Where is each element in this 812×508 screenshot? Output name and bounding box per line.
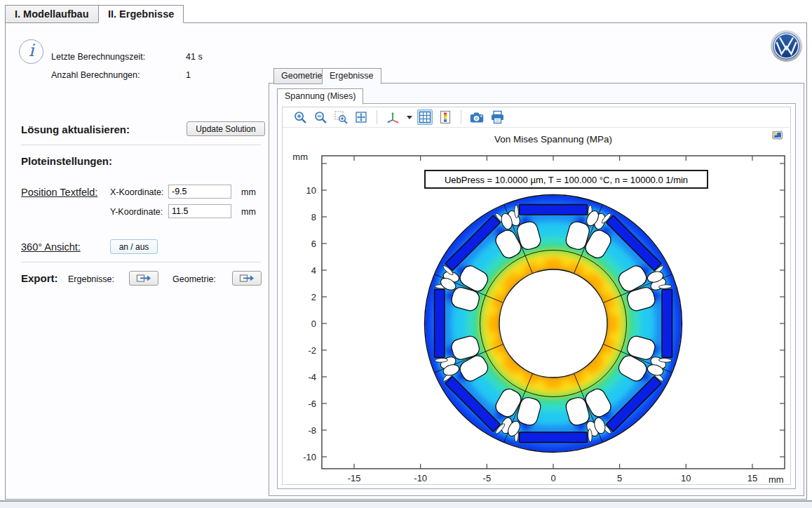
zoom-in-icon[interactable] (292, 109, 308, 125)
svg-text:6: 6 (311, 239, 316, 249)
svg-text:10: 10 (306, 185, 316, 196)
plot-settings-heading: Ploteinstellungen: (21, 155, 112, 167)
svg-text:-8: -8 (308, 425, 316, 436)
window-bottom-edge (0, 500, 812, 508)
last-computation-value: 41 s (186, 52, 203, 62)
color-legend-icon[interactable] (438, 109, 453, 125)
svg-text:-10: -10 (303, 452, 316, 462)
zoom-out-icon[interactable] (313, 109, 328, 125)
vw-logo (770, 29, 803, 62)
plot-canvas[interactable]: -15-10-50510151086420-2-4-6-8-10 Von Mis… (283, 128, 790, 485)
app-window: I. Modellaufbau II. Ergebnisse i Letzte … (0, 0, 812, 508)
tab-modellaufbau[interactable]: I. Modellaufbau (5, 5, 99, 23)
export-icon (239, 274, 255, 283)
last-computation-label: Letzte Berechnungszeit: (51, 52, 145, 62)
svg-text:-6: -6 (308, 399, 316, 409)
svg-text:5: 5 (617, 473, 622, 483)
x-coordinate-unit: mm (241, 187, 256, 197)
print-icon[interactable] (489, 109, 505, 125)
divider (21, 262, 261, 262)
svg-text:15: 15 (747, 473, 757, 483)
position-textfield-label: Position Textfeld: (21, 187, 97, 198)
graphics-widget: -15-10-50510151086420-2-4-6-8-10 Von Mis… (282, 107, 791, 485)
snapshot-camera-icon[interactable] (469, 109, 485, 125)
tab-ergebnisse-plot[interactable]: Ergebnisse (322, 68, 381, 84)
computation-count-label: Anzahl Berechnungen: (51, 70, 140, 80)
view-360-toggle-button[interactable]: an / aus (110, 239, 158, 254)
svg-text:-10: -10 (414, 473, 427, 483)
svg-text:-2: -2 (308, 345, 316, 356)
export-geometry-label: Geometrie: (172, 274, 216, 284)
grid-icon[interactable] (417, 109, 433, 125)
go-to-default-view-icon[interactable] (385, 109, 400, 125)
export-results-button[interactable] (129, 271, 158, 286)
plot-title: Von Mises Spannung (MPa) (494, 134, 612, 145)
svg-text:10: 10 (681, 473, 691, 483)
zoom-box-icon[interactable] (333, 109, 349, 125)
svg-text:-4: -4 (308, 372, 316, 382)
x-axis-unit: mm (769, 474, 784, 485)
view-dropdown-caret[interactable] (407, 116, 412, 119)
y-coordinate-input[interactable] (168, 204, 231, 218)
tab-spannung-mises[interactable]: Spannung (Mises) (277, 88, 363, 105)
svg-text:-15: -15 (348, 473, 361, 483)
update-solution-label: Lösung aktualisieren: (21, 123, 130, 135)
export-icon (136, 274, 151, 283)
info-icon: i (19, 39, 43, 64)
rotor-stress-plot (425, 195, 682, 453)
x-coordinate-label: X-Koordinate: (110, 187, 163, 197)
computation-count-value: 1 (186, 70, 191, 80)
export-geometry-button[interactable] (232, 271, 262, 286)
y-coordinate-unit: mm (241, 207, 256, 217)
svg-text:4: 4 (311, 265, 316, 276)
annotation-text: UebPress = 10.0000 µm, T = 100.000 °C, n… (445, 175, 688, 185)
zoom-extents-icon[interactable] (353, 109, 369, 125)
plot-group-icon[interactable] (771, 130, 784, 141)
svg-text:2: 2 (311, 292, 316, 302)
toolbar-separator (377, 110, 377, 124)
export-results-label: Ergebnisse: (68, 274, 114, 284)
toolbar-separator (461, 110, 461, 124)
y-coordinate-label: Y-Koordinate: (110, 207, 163, 217)
export-heading: Export: (21, 272, 58, 284)
svg-text:0: 0 (311, 319, 316, 329)
svg-text:-5: -5 (483, 473, 492, 483)
graphics-toolbar (283, 107, 790, 128)
svg-text:8: 8 (311, 212, 316, 222)
divider (21, 145, 261, 145)
svg-text:0: 0 (550, 473, 555, 483)
update-solution-button[interactable]: Update Solution (187, 121, 265, 136)
x-coordinate-input[interactable] (168, 185, 231, 199)
y-axis-unit: mm (292, 152, 308, 162)
tab-ergebnisse[interactable]: II. Ergebnisse (98, 5, 184, 23)
view-360-label: 360° Ansicht: (21, 241, 81, 253)
